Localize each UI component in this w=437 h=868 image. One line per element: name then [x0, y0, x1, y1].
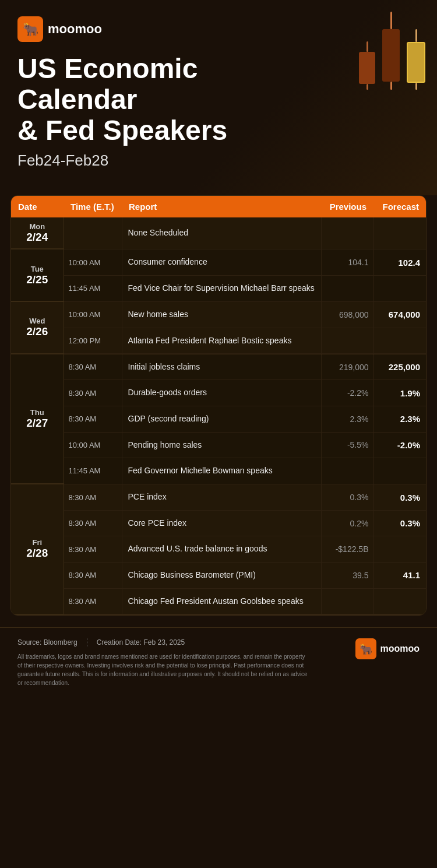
- header-date: Date: [18, 202, 71, 212]
- candle-3: [407, 29, 425, 90]
- forecast-cell: 0.3%: [373, 484, 426, 510]
- footer-logo-icon: 🐂: [355, 638, 376, 659]
- forecast-cell: 1.9%: [373, 380, 426, 406]
- footer-logo: 🐂 moomoo: [355, 638, 420, 659]
- date-cell: Thu 2/27: [11, 354, 64, 484]
- day-name: Tue: [13, 265, 61, 273]
- previous-cell: 0.3%: [321, 484, 373, 510]
- header-previous: Previous: [314, 202, 366, 212]
- time-cell: 10:00 AM: [64, 432, 122, 458]
- economic-calendar-table: Date Time (E.T.) Report Previous Forecas…: [10, 195, 427, 615]
- day-name: Wed: [13, 317, 61, 325]
- table-row: 8:30 AMDurable-goods orders-2.2%1.9%: [11, 380, 426, 406]
- forecast-cell: 2.3%: [373, 406, 426, 432]
- report-cell: Atlanta Fed President Raphael Bostic spe…: [122, 328, 321, 354]
- previous-cell: 39.5: [321, 563, 373, 589]
- moomoo-logo-icon: 🐂: [17, 16, 43, 42]
- day-separator: [11, 614, 426, 615]
- time-cell: 12:00 PM: [64, 328, 122, 354]
- previous-cell: -5.5%: [321, 432, 373, 458]
- time-cell: [64, 217, 122, 249]
- date-range: Feb24-Feb28: [17, 152, 420, 170]
- title-line1: US Economic Calendar: [17, 53, 198, 115]
- previous-cell: -2.2%: [321, 380, 373, 406]
- svg-text:🐂: 🐂: [23, 22, 39, 37]
- previous-cell: [321, 458, 373, 484]
- svg-text:🐂: 🐂: [360, 642, 373, 655]
- report-cell: None Scheduled: [122, 217, 321, 249]
- forecast-cell: [373, 588, 426, 614]
- report-cell: Chicago Business Barometer (PMI): [122, 563, 321, 589]
- forecast-cell: [373, 458, 426, 484]
- forecast-cell: [373, 536, 426, 563]
- day-name: Thu: [13, 408, 61, 417]
- table-row: 8:30 AMCore PCE index0.2%0.3%: [11, 510, 426, 536]
- footer-logo-text: moomoo: [380, 644, 420, 654]
- forecast-cell: 225,000: [373, 354, 426, 380]
- forecast-cell: 41.1: [373, 563, 426, 589]
- previous-cell: [321, 588, 373, 614]
- table-row: Mon 2/24 None Scheduled: [11, 217, 426, 249]
- forecast-cell: [373, 217, 426, 249]
- date-cell: Wed 2/26: [11, 302, 64, 354]
- report-cell: New home sales: [122, 302, 321, 328]
- previous-cell: -$122.5B: [321, 536, 373, 563]
- time-cell: 11:45 AM: [64, 458, 122, 484]
- forecast-cell: 674,000: [373, 302, 426, 328]
- header-forecast: Forecast: [366, 202, 419, 212]
- day-number: 2/26: [13, 325, 61, 338]
- time-cell: 10:00 AM: [64, 302, 122, 328]
- date-cell: Tue 2/25: [11, 249, 64, 301]
- time-cell: 8:30 AM: [64, 484, 122, 510]
- forecast-cell: -2.0%: [373, 432, 426, 458]
- footer-disclaimer: All trademarks, logos and brand names me…: [17, 652, 309, 687]
- forecast-cell: [373, 275, 426, 301]
- main-title: US Economic Calendar & Fed Speakers: [17, 54, 309, 146]
- report-cell: Fed Vice Chair for Supervision Michael B…: [122, 275, 321, 301]
- table-row: Tue 2/25 10:00 AMConsumer confidence104.…: [11, 249, 426, 275]
- date-cell: Mon 2/24: [11, 217, 64, 249]
- footer-source: Source: Bloomberg Creation Date: Feb 23,…: [17, 638, 309, 646]
- time-cell: 8:30 AM: [64, 354, 122, 380]
- table-row: 8:30 AMChicago Business Barometer (PMI)3…: [11, 563, 426, 589]
- time-cell: 8:30 AM: [64, 380, 122, 406]
- candlestick-decoration: [359, 12, 425, 90]
- day-name: Fri: [13, 538, 61, 547]
- report-cell: Durable-goods orders: [122, 380, 321, 406]
- logo-text: moomoo: [48, 22, 102, 37]
- table-row: 8:30 AMChicago Fed President Austan Gool…: [11, 588, 426, 614]
- time-cell: 8:30 AM: [64, 563, 122, 589]
- time-cell: 11:45 AM: [64, 275, 122, 301]
- footer: Source: Bloomberg Creation Date: Feb 23,…: [0, 627, 437, 699]
- table-row: 11:45 AMFed Vice Chair for Supervision M…: [11, 275, 426, 301]
- previous-cell: 104.1: [321, 249, 373, 275]
- report-cell: Fed Governor Michelle Bowman speaks: [122, 458, 321, 484]
- header-section: 🐂 moomoo US Economic Calendar & Fed Spea…: [0, 0, 437, 195]
- table-row: Fri 2/28 8:30 AMPCE index0.3%0.3%: [11, 484, 426, 510]
- time-cell: 8:30 AM: [64, 536, 122, 563]
- table-row: 12:00 PMAtlanta Fed President Raphael Bo…: [11, 328, 426, 354]
- footer-bottom: Source: Bloomberg Creation Date: Feb 23,…: [17, 638, 420, 687]
- time-cell: 8:30 AM: [64, 406, 122, 432]
- source-label: Source: Bloomberg: [17, 638, 87, 646]
- day-number: 2/27: [13, 417, 61, 430]
- day-number: 2/24: [13, 231, 61, 244]
- previous-cell: [321, 275, 373, 301]
- previous-cell: 219,000: [321, 354, 373, 380]
- report-cell: PCE index: [122, 484, 321, 510]
- candle-1: [359, 41, 375, 90]
- table-row: 11:45 AMFed Governor Michelle Bowman spe…: [11, 458, 426, 484]
- report-cell: Pending home sales: [122, 432, 321, 458]
- candle-2: [382, 12, 400, 90]
- creation-date: Creation Date: Feb 23, 2025: [97, 638, 194, 646]
- previous-cell: [321, 328, 373, 354]
- time-cell: 8:30 AM: [64, 510, 122, 536]
- day-number: 2/28: [13, 547, 61, 560]
- day-number: 2/25: [13, 273, 61, 286]
- time-cell: 8:30 AM: [64, 588, 122, 614]
- table-row: 10:00 AMPending home sales-5.5%-2.0%: [11, 432, 426, 458]
- header-time: Time (E.T.): [71, 202, 129, 212]
- time-cell: 10:00 AM: [64, 249, 122, 275]
- report-cell: Advanced U.S. trade balance in goods: [122, 536, 321, 563]
- report-cell: Core PCE index: [122, 510, 321, 536]
